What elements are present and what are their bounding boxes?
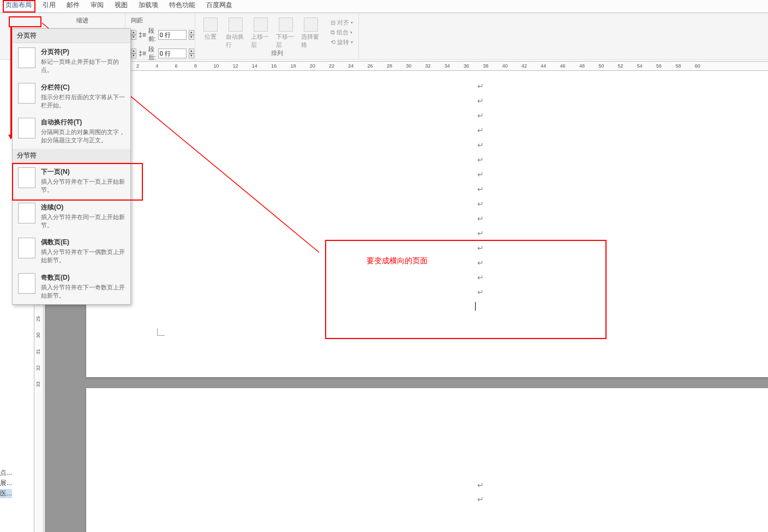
paragraph-mark: ↵ [477,155,484,164]
position-icon [203,17,218,32]
rotate-icon: ⟲ [331,39,335,46]
ruler-tick: 38 [483,63,488,69]
ruler-tick: 50 [598,63,604,69]
spin-up[interactable]: ▲ [189,30,194,35]
document-area: ↵↵↵↵↵↵↵↵↵↵↵↵↵↵↵ ↵ ↵ 要变成横向的页面 [45,72,768,532]
sidebar-item[interactable]: 展... [0,479,12,488]
spacing-before-input[interactable] [158,30,187,40]
item-continuous[interactable]: 连续(O) 插入分节符并在同一页上开始新节。 [13,198,130,234]
wrap-button[interactable]: 自动换行 [226,17,245,49]
ruler-tick: 4 [155,63,158,69]
item-page-break[interactable]: 分页符(P) 标记一页终止并开始下一页的点。 [13,43,130,78]
tab-references[interactable]: 引用 [37,0,61,13]
ruler-tick: 56 [656,63,662,69]
ruler-vtick: 30 [35,332,41,338]
paragraph-mark: ↵ [477,141,484,149]
group-button[interactable]: ⧉组合▾ [331,28,353,37]
ruler-tick: 36 [464,63,469,69]
tab-addons[interactable]: 加载项 [133,0,164,13]
tab-special[interactable]: 特色功能 [164,0,201,13]
item-even-page[interactable]: 偶数页(E) 插入分节符并在下一偶数页上开始新节。 [13,233,130,269]
ruler-tick: 18 [290,63,296,69]
item-desc: 插入分节符并在下一偶数页上开始新节。 [41,248,125,264]
text-wrap-icon [18,118,35,138]
selection-pane-button[interactable]: 选择窗格 [301,17,321,49]
tab-baidu-disk[interactable]: 百度网盘 [201,0,238,13]
ruler-tick: 2 [136,63,139,69]
spacing-header: 间距 [131,15,189,26]
item-desc: 分隔网页上的对象周围的文字，如分隔题注文字与正文。 [41,128,125,144]
ruler-tick: 26 [368,63,373,69]
horizontal-ruler[interactable]: 2468101214161820222426283032343638404244… [44,61,768,71]
ruler-tick: 24 [348,63,353,69]
rotate-button[interactable]: ⟲旋转▾ [331,38,353,46]
paragraph-mark: ↵ [477,170,484,179]
item-title: 连续(O) [41,203,125,212]
item-title: 偶数页(E) [41,238,125,247]
sidebar-item[interactable]: 医... [0,489,12,498]
item-desc: 指示分栏符后面的文字将从下一栏开始。 [41,93,125,110]
paragraph-mark: ↵ [477,96,484,105]
document-page-2[interactable] [86,388,768,532]
ruler-tick: 58 [675,63,681,69]
indent-header: 缩进 [76,15,119,26]
even-page-icon [18,238,35,258]
annotation-text: 要变成横向的页面 [367,256,428,266]
align-icon: ⊟ [331,19,335,26]
paragraph-mark: ↵ [477,214,484,223]
tab-mail[interactable]: 邮件 [61,0,85,13]
ruler-tick: 42 [521,63,527,69]
spin-up[interactable]: ▲ [131,30,136,35]
page-break-icon [18,47,35,68]
tab-review[interactable]: 审阅 [85,0,109,13]
spacing-after-input[interactable] [158,49,187,58]
ribbon-group-arrange: 位置 自动换行 上移一层 下移一层 选择窗格 ⊟对齐▾ ⧉组合▾ ⟲旋转▾ 排列 [195,13,359,59]
item-next-page[interactable]: 下一页(N) 插入分节符并在下一页上开始新节。 [13,163,130,198]
align-button[interactable]: ⊟对齐▾ [331,19,353,27]
ruler-tick: 16 [271,63,277,69]
item-title: 下一页(N) [41,167,125,177]
item-desc: 插入分节符并在下一页上开始新节。 [41,178,125,194]
ruler-tick: 44 [541,63,546,69]
paragraph-mark: ↵ [477,185,484,194]
spin-down[interactable]: ▼ [131,53,136,58]
send-backward-button[interactable]: 下移一层 [276,17,296,49]
menu-tabs: 页面布局 引用 邮件 审阅 视图 加载项 特色功能 百度网盘 [0,0,768,13]
ruler-tick: 52 [618,63,623,69]
spin-down[interactable]: ▼ [189,35,194,40]
ruler-vtick: 33 [35,382,41,387]
bring-forward-button[interactable]: 上移一层 [251,17,271,49]
paragraph-mark: ↵ [477,200,484,208]
ruler-tick: 48 [579,63,585,69]
item-column-break[interactable]: 分栏符(C) 指示分栏符后面的文字将从下一栏开始。 [13,78,130,114]
sidebar-item[interactable]: 点... [0,468,12,477]
ruler-tick: 8 [194,63,197,69]
ruler-tick: 20 [310,63,315,69]
before-icon: ‡≡ [139,31,146,39]
item-odd-page[interactable]: 奇数页(D) 插入分节符并在下一奇数页上开始新节。 [13,269,130,304]
spin-down[interactable]: ▼ [131,35,136,40]
backward-icon [279,17,293,32]
ruler-tick: 34 [445,63,450,69]
item-desc: 标记一页终止并开始下一页的点。 [41,58,125,74]
margin-corner [157,328,165,336]
item-title: 自动换行符(T) [41,118,125,127]
spin-up[interactable]: ▲ [131,49,136,53]
spacing-after-label: 段后: [148,45,156,62]
item-text-wrap-break[interactable]: 自动换行符(T) 分隔网页上的对象周围的文字，如分隔题注文字与正文。 [13,113,130,149]
spin-up[interactable]: ▲ [189,49,194,53]
selection-icon [304,17,318,32]
spin-down[interactable]: ▼ [189,53,194,58]
position-button[interactable]: 位置 [201,17,220,49]
wrap-icon [229,17,243,32]
annotation-box-page [325,240,607,339]
ruler-tick: 28 [387,63,392,69]
item-title: 分页符(P) [41,47,125,57]
tab-view[interactable]: 视图 [109,0,133,13]
column-break-icon [18,83,35,104]
ribbon-group-spacing: 间距 ▲▼ ‡≡ 段前: ▲▼ ▲▼ ‡≡ 段后: ▲▼ 段落 [125,13,195,59]
ruler-tick: 10 [213,63,219,69]
continuous-icon [18,203,35,223]
tab-page-layout[interactable]: 页面布局 [0,0,37,13]
ruler-vtick: 29 [35,316,41,322]
